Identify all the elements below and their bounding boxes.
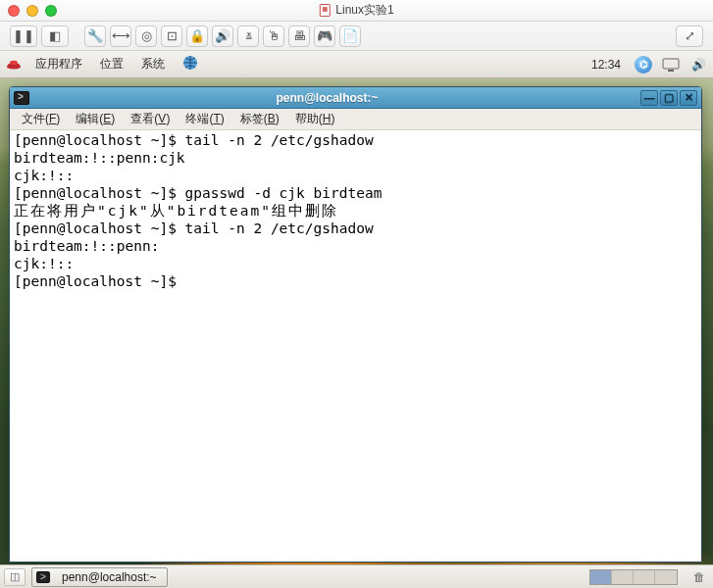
task-button-label: penn@localhost:~ — [62, 570, 157, 584]
host-toolbar: ❚❚ ◧ 🔧 ⟷ ◎ ⊡ 🔒 🔊 ⩮ 🖱 🖶 🎮 📄 ⤢ — [0, 22, 713, 51]
cd-icon[interactable]: ◎ — [135, 25, 157, 47]
network-icon[interactable] — [662, 58, 680, 72]
lock-icon[interactable]: 🔒 — [186, 25, 208, 47]
term-line: cjk:!:: — [14, 168, 74, 183]
browser-launcher[interactable] — [178, 53, 202, 75]
redhat-icon — [6, 59, 22, 71]
trash-icon[interactable]: 🗑 — [689, 568, 709, 586]
show-desktop-button[interactable]: ◫ — [4, 568, 25, 586]
menu-file[interactable]: 文件(F) — [16, 109, 66, 129]
workspace-3[interactable] — [634, 570, 655, 584]
workspace-switcher[interactable] — [589, 569, 678, 585]
terminal-menubar: 文件(F) 编辑(E) 查看(V) 终端(T) 标签(B) 帮助(H) — [10, 109, 701, 130]
term-line: [penn@localhost ~]$ tail -n 2 /etc/gshad… — [14, 132, 374, 148]
menu-view[interactable]: 查看(V) — [125, 109, 176, 129]
wrench-icon[interactable]: 🔧 — [84, 25, 106, 47]
term-line: [penn@localhost ~]$ — [14, 273, 185, 289]
term-line: [penn@localhost ~]$ gpasswd -d cjk birdt… — [14, 185, 382, 201]
term-line: cjk:!:: — [14, 256, 74, 271]
menu-help[interactable]: 帮助(H) — [289, 109, 341, 129]
volume-icon[interactable]: 🔊 — [689, 58, 707, 72]
svg-rect-3 — [668, 70, 674, 72]
svg-point-0 — [10, 60, 18, 64]
term-line: [penn@localhost ~]$ tail -n 2 /etc/gshad… — [14, 220, 374, 236]
apps-menu[interactable]: 应用程序 — [31, 54, 86, 74]
fullscreen-icon[interactable]: ⟷ — [110, 25, 131, 47]
svg-rect-2 — [663, 59, 679, 69]
host-titlebar: Linux实验1 — [0, 0, 713, 22]
expand-button[interactable]: ⤢ — [676, 25, 703, 47]
bluetooth-icon[interactable]: ⌬ — [635, 56, 652, 74]
menu-edit[interactable]: 编辑(E) — [70, 109, 121, 129]
hdd-icon[interactable]: ⊡ — [161, 25, 182, 47]
doc-icon[interactable]: 📄 — [339, 25, 361, 47]
terminal-icon — [14, 91, 29, 105]
zoom-icon[interactable] — [45, 5, 57, 17]
terminal-titlebar[interactable]: penn@localhost:~ — ▢ ✕ — [10, 87, 701, 109]
terminal-icon — [36, 571, 50, 583]
gamepad-icon[interactable]: 🎮 — [314, 25, 335, 47]
pause-button[interactable]: ❚❚ — [10, 25, 37, 47]
places-menu[interactable]: 位置 — [96, 54, 127, 74]
host-title: Linux实验1 — [319, 2, 393, 19]
workspace-4[interactable] — [655, 570, 677, 584]
workspace-2[interactable] — [612, 570, 634, 584]
system-menu[interactable]: 系统 — [137, 54, 169, 74]
clock[interactable]: 12:34 — [587, 56, 625, 74]
close-button[interactable]: ✕ — [680, 90, 697, 106]
minimize-icon[interactable] — [26, 5, 38, 17]
terminal-body[interactable]: [penn@localhost ~]$ tail -n 2 /etc/gshad… — [10, 130, 701, 562]
term-line: birdteam:!::penn: — [14, 238, 159, 254]
usb-icon[interactable]: ⩮ — [237, 25, 259, 47]
host-title-text: Linux实验1 — [335, 2, 393, 19]
terminal-window: penn@localhost:~ — ▢ ✕ 文件(F) 编辑(E) 查看(V)… — [9, 86, 702, 563]
terminal-title-text: penn@localhost:~ — [14, 91, 640, 105]
mouse-icon[interactable]: 🖱 — [263, 25, 284, 47]
term-line: birdteam:!::penn:cjk — [14, 150, 185, 166]
vm-file-icon — [319, 4, 330, 17]
gnome-top-panel: 应用程序 位置 系统 12:34 ⌬ 🔊 — [0, 51, 713, 78]
menu-terminal[interactable]: 终端(T) — [179, 109, 229, 129]
term-line: 正在将用户"cjk"从"birdteam"组中删除 — [14, 203, 338, 219]
window-traffic-lights — [8, 5, 57, 17]
snapshot-button[interactable]: ◧ — [41, 25, 69, 47]
close-icon[interactable] — [8, 5, 20, 17]
gnome-bottom-panel: ◫ penn@localhost:~ 🗑 — [0, 564, 713, 588]
workspace-1[interactable] — [590, 570, 612, 584]
menu-tabs[interactable]: 标签(B) — [234, 109, 285, 129]
printer-icon[interactable]: 🖶 — [288, 25, 310, 47]
audio-icon[interactable]: 🔊 — [212, 25, 233, 47]
maximize-button[interactable]: ▢ — [660, 90, 678, 106]
task-button-terminal[interactable]: penn@localhost:~ — [31, 567, 168, 587]
minimize-button[interactable]: — — [640, 90, 658, 106]
